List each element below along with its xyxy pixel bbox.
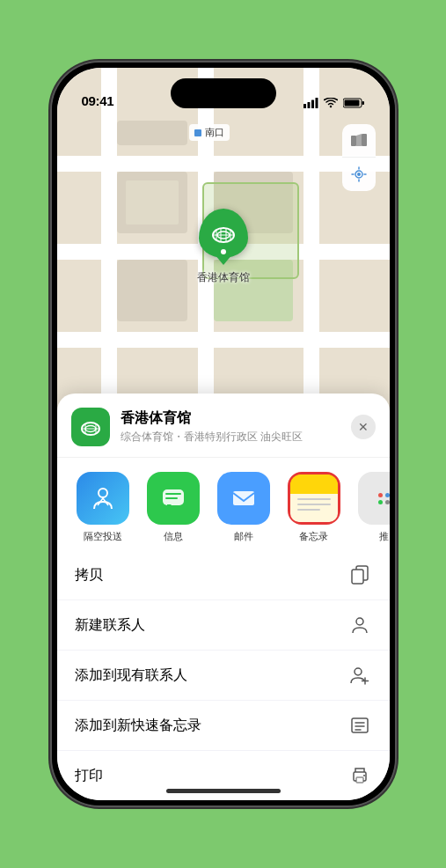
marker-name: 香港体育馆 [197,270,250,285]
share-airdrop[interactable]: 隔空投送 [68,472,138,543]
svg-point-24 [99,489,107,497]
svg-rect-9 [362,134,367,146]
svg-point-30 [355,668,362,675]
map-label: 南口 [189,124,230,141]
action-new-contact[interactable]: 新建联系人 [57,600,390,651]
dynamic-island [171,78,276,108]
map-area[interactable]: 南口 [57,68,390,438]
share-more[interactable]: 推 [349,472,390,543]
action-add-existing[interactable]: 添加到现有联系人 [57,651,390,701]
stadium-marker: 香港体育馆 [197,209,250,285]
svg-rect-38 [356,777,363,783]
svg-point-11 [357,173,361,176]
notes-icon [288,472,340,525]
marker-pin [199,209,248,258]
svg-rect-3 [315,98,318,108]
sheet-header: 香港体育馆 综合体育馆・香港特别行政区 油尖旺区 ✕ [57,394,390,458]
more-label: 推 [379,530,389,543]
action-quick-note-label: 添加到新快速备忘录 [75,717,201,735]
action-add-existing-label: 添加到现有联系人 [75,666,187,685]
add-contact-icon [347,663,372,688]
svg-rect-2 [311,100,314,109]
svg-marker-8 [356,134,362,146]
action-print-label: 打印 [75,767,103,785]
share-notes[interactable]: 备忘录 [279,472,349,543]
copy-icon [347,563,372,587]
phone-frame: 09:41 [52,63,395,805]
action-copy-label: 拷贝 [75,566,103,585]
share-message[interactable]: 信息 [138,472,208,543]
quick-note-icon [347,713,372,738]
action-quick-note[interactable]: 添加到新快速备忘录 [57,701,390,751]
wifi-icon [324,98,338,108]
status-icons [303,98,365,108]
bottom-sheet: 香港体育馆 综合体育馆・香港特别行政区 油尖旺区 ✕ [57,394,390,800]
location-button[interactable] [342,158,376,191]
airdrop-label: 隔空投送 [84,530,122,543]
message-label: 信息 [164,530,183,543]
notes-label: 备忘录 [299,530,328,543]
svg-point-39 [363,775,365,776]
venue-icon [71,408,110,446]
airdrop-icon [77,472,129,525]
svg-rect-5 [344,100,359,107]
action-copy[interactable]: 拷贝 [57,550,390,600]
mail-icon [217,472,270,525]
svg-rect-1 [307,102,310,108]
map-controls[interactable] [342,124,376,191]
svg-rect-28 [352,570,363,584]
status-time: 09:41 [82,93,114,108]
print-icon [347,763,372,788]
svg-rect-6 [362,101,364,105]
more-icon [358,472,390,525]
map-type-button[interactable] [342,124,376,158]
sheet-title-area: 香港体育馆 综合体育馆・香港特别行政区 油尖旺区 [121,409,340,445]
home-indicator [166,789,281,793]
battery-icon [343,98,365,108]
svg-point-29 [356,618,363,625]
contact-icon [347,613,372,637]
svg-rect-26 [233,491,254,505]
share-row: 隔空投送 信息 [57,458,390,550]
svg-rect-0 [303,104,306,108]
action-list: 拷贝 新建联系人 [57,550,390,800]
signal-icon [303,98,318,108]
action-new-contact-label: 新建联系人 [75,616,145,635]
svg-rect-7 [351,136,356,146]
sheet-subtitle: 综合体育馆・香港特别行政区 油尖旺区 [121,430,340,445]
share-mail[interactable]: 邮件 [208,472,279,543]
sheet-close-button[interactable]: ✕ [351,415,376,439]
mail-label: 邮件 [234,530,253,543]
phone-screen: 09:41 [57,68,390,800]
sheet-title: 香港体育馆 [121,409,340,428]
message-icon [147,472,200,525]
